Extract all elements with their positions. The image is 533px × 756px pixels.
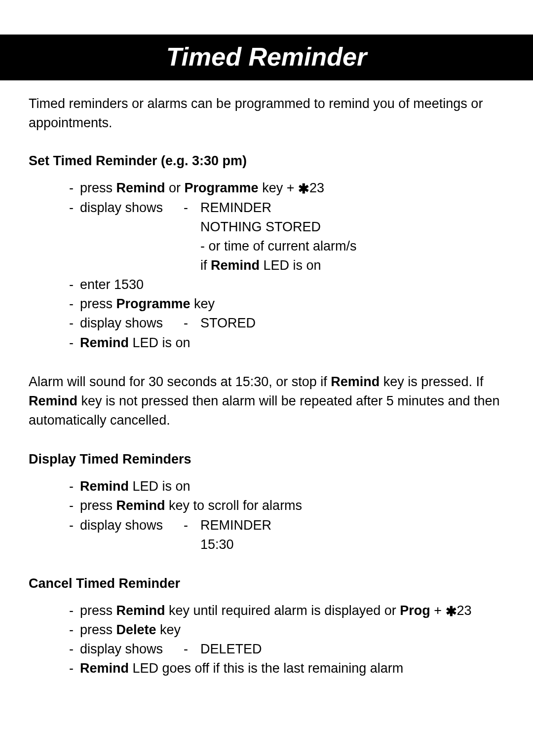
dash-icon: - <box>69 275 80 294</box>
text: + <box>430 603 446 618</box>
page: Timed Reminder Timed reminders or alarms… <box>0 35 533 756</box>
text: LED is on <box>260 258 321 273</box>
text: press <box>80 603 116 618</box>
step-text: press Delete key <box>80 620 504 640</box>
display-label: display shows <box>80 516 184 535</box>
remind-key: Remind <box>116 180 165 195</box>
list-item: - press Remind or Programme key + ✱23 <box>29 179 504 198</box>
list-item: - press Remind key until required alarm … <box>29 601 504 620</box>
step-text: press Programme key <box>80 294 504 314</box>
code: 23 <box>309 180 324 195</box>
dash-icon: - <box>69 477 80 496</box>
display-value: - or time of current alarm/s <box>29 237 504 256</box>
step-text: Remind LED is on <box>80 477 504 496</box>
section2-steps: - Remind LED is on - press Remind key to… <box>29 477 504 554</box>
dash-icon: - <box>69 516 80 535</box>
remind-key: Remind <box>80 335 129 350</box>
step-text: press Remind or Programme key + ✱23 <box>80 179 504 198</box>
intro-paragraph: Timed reminders or alarms can be program… <box>29 94 504 133</box>
remind-key: Remind <box>211 258 260 273</box>
star-icon: ✱ <box>298 180 309 199</box>
section-heading-set: Set Timed Reminder (e.g. 3:30 pm) <box>29 151 504 171</box>
dash-icon: - <box>69 601 80 620</box>
section1-steps: - press Remind or Programme key + ✱23 - … <box>29 179 504 352</box>
prog-key: Prog <box>400 603 430 618</box>
display-value: if Remind LED is on <box>29 256 504 275</box>
text: press <box>80 498 116 513</box>
text: LED is on <box>129 479 190 494</box>
display-value: DELETED <box>200 640 504 659</box>
dash-icon: - <box>69 496 80 515</box>
display-label: display shows <box>80 640 184 659</box>
text: press <box>80 622 116 637</box>
text: key is pressed. If <box>380 374 483 389</box>
dash-icon: - <box>69 198 80 217</box>
section-heading-display: Display Timed Reminders <box>29 450 504 469</box>
list-item: - press Delete key <box>29 620 504 640</box>
code: 23 <box>457 603 472 618</box>
page-title-bar: Timed Reminder <box>0 35 533 80</box>
dash-icon: - <box>69 314 80 333</box>
text: or <box>165 180 185 195</box>
remind-key: Remind <box>116 603 165 618</box>
step-text: press Remind key to scroll for alarms <box>80 496 504 515</box>
list-item: - display shows - REMINDER <box>29 198 504 217</box>
text: press <box>80 296 116 311</box>
list-item: - display shows - DELETED <box>29 640 504 659</box>
list-item: - press Programme key <box>29 294 504 314</box>
star-icon: ✱ <box>446 602 457 621</box>
text: LED goes off if this is the last remaini… <box>129 661 403 676</box>
remind-key: Remind <box>116 498 165 513</box>
remind-key: Remind <box>331 374 380 389</box>
display-label: display shows <box>80 198 184 217</box>
list-item: - press Remind key to scroll for alarms <box>29 496 504 515</box>
dash-icon: - <box>69 620 80 640</box>
display-value: REMINDER <box>200 198 504 217</box>
text: Alarm will sound for 30 seconds at 15:30… <box>29 374 331 389</box>
text: key is not pressed then alarm will be re… <box>29 394 500 428</box>
dash-icon: - <box>184 640 200 659</box>
list-item: - display shows - REMINDER <box>29 516 504 535</box>
display-value: 15:30 <box>29 535 504 554</box>
text: key <box>156 622 181 637</box>
dash-icon: - <box>184 314 200 333</box>
delete-key: Delete <box>116 622 156 637</box>
list-item: - Remind LED is on <box>29 477 504 496</box>
list-item: - Remind LED is on <box>29 333 504 353</box>
section3-steps: - press Remind key until required alarm … <box>29 601 504 679</box>
dash-icon: - <box>184 516 200 535</box>
text: key + <box>259 180 298 195</box>
text: key <box>190 296 215 311</box>
display-label: display shows <box>80 314 184 333</box>
step-text: press Remind key until required alarm is… <box>80 601 504 620</box>
dash-icon: - <box>69 640 80 659</box>
remind-key: Remind <box>80 479 129 494</box>
remind-key: Remind <box>80 661 129 676</box>
page-content: Timed reminders or alarms can be program… <box>0 80 533 679</box>
dash-icon: - <box>69 659 80 678</box>
dash-icon: - <box>184 198 200 217</box>
dash-icon: - <box>69 179 80 198</box>
programme-key: Programme <box>116 296 190 311</box>
text: press <box>80 180 116 195</box>
text: key to scroll for alarms <box>165 498 303 513</box>
list-item: - enter 1530 <box>29 275 504 294</box>
step-text: Remind LED is on <box>80 333 504 353</box>
alarm-paragraph: Alarm will sound for 30 seconds at 15:30… <box>29 372 504 430</box>
list-item: - display shows - STORED <box>29 314 504 333</box>
dash-icon: - <box>69 333 80 353</box>
display-value: STORED <box>200 314 504 333</box>
list-item: - Remind LED goes off if this is the las… <box>29 659 504 678</box>
remind-key: Remind <box>29 394 77 408</box>
step-text: Remind LED goes off if this is the last … <box>80 659 504 678</box>
dash-icon: - <box>69 294 80 314</box>
section-heading-cancel: Cancel Timed Reminder <box>29 574 504 593</box>
text: if <box>200 258 211 273</box>
page-title: Timed Reminder <box>166 42 367 71</box>
text: key until required alarm is displayed or <box>165 603 400 618</box>
programme-key: Programme <box>185 180 259 195</box>
step-text: enter 1530 <box>80 275 504 294</box>
display-value: NOTHING STORED <box>29 217 504 237</box>
text: LED is on <box>129 335 190 350</box>
display-value: REMINDER <box>200 516 504 535</box>
